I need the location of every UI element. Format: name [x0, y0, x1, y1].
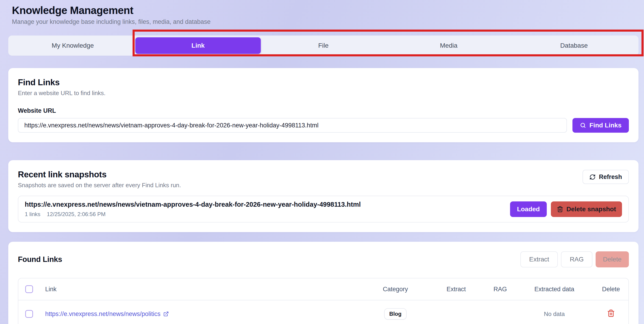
row-category-cell: Blog: [364, 308, 427, 320]
row-link[interactable]: https://e.vnexpress.net/news/news/politi…: [45, 311, 169, 318]
row-delete-button[interactable]: [607, 309, 615, 317]
found-links-header-row: Found Links Extract RAG Delete: [18, 251, 629, 267]
knowledge-management-page: Knowledge Management Manage your knowled…: [0, 0, 644, 324]
found-links-table: Link Category Extract RAG Extracted data…: [18, 278, 629, 324]
trash-icon: [557, 206, 563, 212]
row-link-cell: https://e.vnexpress.net/news/news/politi…: [40, 311, 364, 318]
row-delete-cell: [594, 309, 628, 319]
find-links-button-label: Find Links: [590, 122, 622, 129]
tab-bar: My Knowledge Link File Media Database: [8, 35, 638, 56]
row-checkbox-cell: [18, 310, 40, 318]
find-links-subtitle: Enter a website URL to find links.: [18, 90, 629, 97]
snapshot-item: https://e.vnexpress.net/news/news/vietna…: [18, 196, 629, 223]
recent-snapshots-card: Recent link snapshots Snapshots are save…: [8, 160, 638, 232]
header-category: Category: [364, 286, 427, 293]
row-extracted-data-cell: No data: [515, 311, 594, 318]
page-subtitle: Manage your knowledge base including lin…: [12, 18, 638, 25]
tab-link[interactable]: Link: [135, 37, 260, 54]
find-links-button[interactable]: Find Links: [572, 118, 629, 133]
row-link-text: https://e.vnexpress.net/news/news/politi…: [45, 311, 160, 318]
no-data-label: No data: [544, 311, 565, 317]
find-links-title: Find Links: [18, 78, 629, 87]
snapshot-meta: 1 links 12/25/2025, 2:06:56 PM: [25, 211, 361, 217]
snapshot-actions: Loaded Delete snapshot: [510, 201, 622, 217]
website-url-row: Find Links: [18, 118, 629, 133]
header-rag: RAG: [485, 286, 515, 293]
refresh-button[interactable]: Refresh: [582, 170, 629, 184]
refresh-button-label: Refresh: [599, 173, 622, 181]
snapshot-timestamp: 12/25/2025, 2:06:56 PM: [47, 211, 106, 217]
delete-button-disabled[interactable]: Delete: [596, 251, 629, 267]
select-all-cell: [18, 285, 40, 293]
tab-my-knowledge[interactable]: My Knowledge: [10, 37, 135, 54]
rag-button[interactable]: RAG: [561, 251, 592, 267]
snapshots-subtitle: Snapshots are saved on the server after …: [18, 182, 181, 189]
row-checkbox[interactable]: [25, 310, 33, 318]
website-url-label: Website URL: [18, 107, 629, 114]
snapshots-header-row: Recent link snapshots Snapshots are save…: [18, 170, 629, 189]
delete-snapshot-label: Delete snapshot: [566, 206, 616, 213]
header-link: Link: [40, 286, 364, 293]
extract-button[interactable]: Extract: [520, 251, 558, 267]
table-row: https://e.vnexpress.net/news/news/politi…: [18, 301, 628, 324]
found-links-card: Found Links Extract RAG Delete Link Cate…: [8, 242, 638, 324]
external-link-icon: [163, 311, 169, 317]
select-all-checkbox[interactable]: [25, 285, 33, 293]
table-header-row: Link Category Extract RAG Extracted data…: [18, 278, 628, 301]
snapshot-info: https://e.vnexpress.net/news/news/vietna…: [25, 201, 361, 217]
header-delete: Delete: [594, 286, 628, 293]
page-header: Knowledge Management Manage your knowled…: [12, 4, 638, 25]
header-extract: Extract: [427, 286, 485, 293]
refresh-icon: [590, 174, 596, 180]
trash-icon: [607, 314, 615, 318]
category-badge: Blog: [384, 308, 406, 320]
page-title: Knowledge Management: [12, 4, 638, 16]
tab-database[interactable]: Database: [512, 37, 637, 54]
loaded-button[interactable]: Loaded: [510, 201, 547, 217]
tab-media[interactable]: Media: [386, 37, 511, 54]
find-links-card: Find Links Enter a website URL to find l…: [8, 68, 638, 142]
snapshots-title: Recent link snapshots: [18, 170, 181, 179]
found-links-actions: Extract RAG Delete: [520, 251, 629, 267]
tab-file[interactable]: File: [261, 37, 386, 54]
delete-snapshot-button[interactable]: Delete snapshot: [551, 201, 622, 217]
snapshot-url: https://e.vnexpress.net/news/news/vietna…: [25, 201, 361, 208]
snapshot-links-count: 1 links: [25, 211, 40, 217]
search-icon: [580, 122, 586, 129]
website-url-input[interactable]: [18, 118, 567, 133]
snapshots-heading-block: Recent link snapshots Snapshots are save…: [18, 170, 181, 189]
header-extracted-data: Extracted data: [515, 286, 594, 293]
found-links-title: Found Links: [18, 255, 62, 264]
